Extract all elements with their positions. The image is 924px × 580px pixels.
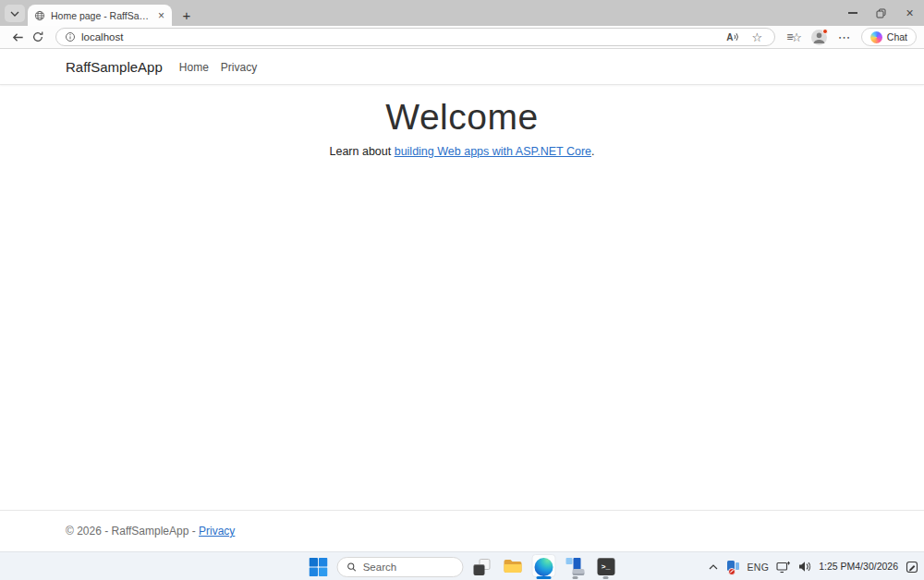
network-button[interactable]: [776, 561, 791, 574]
terminal-prompt: >_: [602, 562, 611, 571]
globe-favicon-icon: [34, 10, 45, 21]
intro-prefix: Learn about: [329, 145, 394, 158]
task-view-icon: [474, 559, 491, 575]
favorites-hub-button[interactable]: ≡ ☆: [783, 30, 806, 43]
site-navbar: RaffSampleApp Home Privacy: [0, 50, 924, 85]
site-brand-link[interactable]: RaffSampleApp: [66, 59, 163, 75]
nav-link-home[interactable]: Home: [179, 61, 209, 74]
volume-button[interactable]: [798, 561, 811, 573]
read-aloud-button[interactable]: A: [723, 32, 742, 42]
footer-privacy-link[interactable]: Privacy: [199, 525, 235, 538]
tray-app-error-badge: [728, 568, 736, 575]
search-icon: [347, 562, 357, 573]
main-content: Welcome Learn about building Web apps wi…: [0, 85, 924, 158]
clock[interactable]: 1:25 PM 4/30/2026: [819, 561, 898, 573]
read-aloud-icon: A: [726, 32, 733, 42]
copilot-icon: [870, 31, 882, 43]
network-icon: [776, 561, 791, 574]
clock-date: 4/30/2026: [855, 561, 898, 573]
active-app-indicator: [537, 576, 552, 579]
windows-logo-icon: [310, 558, 328, 576]
back-button[interactable]: [7, 27, 28, 47]
action-center-icon: [906, 561, 918, 574]
computer-app-icon: [566, 558, 585, 575]
task-view-button[interactable]: [470, 553, 494, 580]
back-arrow-icon: [11, 30, 25, 44]
new-tab-button[interactable]: +: [177, 6, 196, 24]
hidden-icons-button[interactable]: [709, 564, 718, 570]
clock-time: 1:25 PM: [819, 561, 855, 573]
nav-link-privacy[interactable]: Privacy: [221, 61, 257, 74]
minimize-button[interactable]: [838, 0, 867, 26]
edge-taskbar-button[interactable]: [531, 553, 557, 580]
file-explorer-button[interactable]: [501, 553, 525, 580]
close-icon: ×: [906, 6, 913, 19]
profile-button[interactable]: [811, 30, 827, 45]
site-info-icon[interactable]: [65, 31, 76, 42]
restore-icon: [876, 8, 886, 18]
site-footer: © 2026 - RaffSampleApp - Privacy: [0, 510, 924, 551]
browser-titlebar: Home page - RaffSampleApp × + ×: [0, 0, 924, 26]
language-indicator[interactable]: ENG: [748, 562, 770, 573]
search-input[interactable]: [363, 562, 454, 573]
chevron-up-icon: [709, 564, 718, 570]
running-app-indicator: [573, 576, 578, 579]
browser-tab[interactable]: Home page - RaffSampleApp ×: [28, 5, 172, 26]
footer-text: © 2026 - RaffSampleApp -: [66, 525, 199, 538]
aspnet-docs-link[interactable]: building Web apps with ASP.NET Core: [395, 145, 591, 158]
page-title: Welcome: [0, 97, 924, 138]
refresh-button[interactable]: [28, 27, 48, 47]
notification-center-button[interactable]: [906, 561, 918, 574]
tab-close-button[interactable]: ×: [157, 10, 165, 21]
add-favorite-button[interactable]: ☆: [748, 31, 766, 43]
intro-text: Learn about building Web apps with ASP.N…: [0, 145, 924, 158]
address-bar[interactable]: localhost A ☆: [55, 28, 775, 46]
taskbar: >_ ENG 1:25 PM 4/30/2026: [0, 551, 924, 580]
folder-icon: [503, 559, 522, 574]
speaker-icon: [798, 561, 811, 573]
sound-waves-icon: [734, 32, 738, 42]
tray-app-button[interactable]: [725, 560, 740, 574]
terminal-button[interactable]: >_: [594, 553, 618, 580]
minimize-icon: [848, 12, 857, 13]
chat-button[interactable]: Chat: [861, 28, 917, 46]
refresh-icon: [31, 30, 44, 43]
browser-toolbar: localhost A ☆ ≡ ☆ ⋯ Chat: [0, 26, 924, 49]
close-button[interactable]: ×: [895, 0, 924, 26]
intro-suffix: .: [591, 145, 594, 158]
star-icon: ☆: [791, 31, 802, 43]
chat-label: Chat: [887, 31, 907, 42]
tab-actions-button[interactable]: [5, 5, 25, 22]
restore-button[interactable]: [867, 0, 895, 26]
site-nav: Home Privacy: [179, 61, 257, 74]
tab-title: Home page - RaffSampleApp: [51, 10, 152, 21]
start-button[interactable]: [307, 553, 331, 580]
url-text[interactable]: localhost: [81, 31, 717, 42]
edge-icon: [535, 558, 553, 576]
taskbar-center: >_: [307, 552, 618, 580]
terminal-icon: >_: [597, 558, 614, 575]
settings-more-button[interactable]: ⋯: [833, 30, 857, 44]
taskbar-search[interactable]: [337, 557, 464, 577]
notification-dot: [822, 29, 828, 34]
running-app-indicator: [603, 576, 609, 579]
chevron-down-icon: [10, 11, 19, 17]
window-controls: ×: [838, 0, 924, 26]
system-tray: ENG 1:25 PM 4/30/2026: [709, 552, 918, 580]
remote-desktop-button[interactable]: [564, 553, 588, 580]
web-page: RaffSampleApp Home Privacy Welcome Learn…: [0, 50, 924, 551]
star-icon: ☆: [751, 31, 762, 43]
